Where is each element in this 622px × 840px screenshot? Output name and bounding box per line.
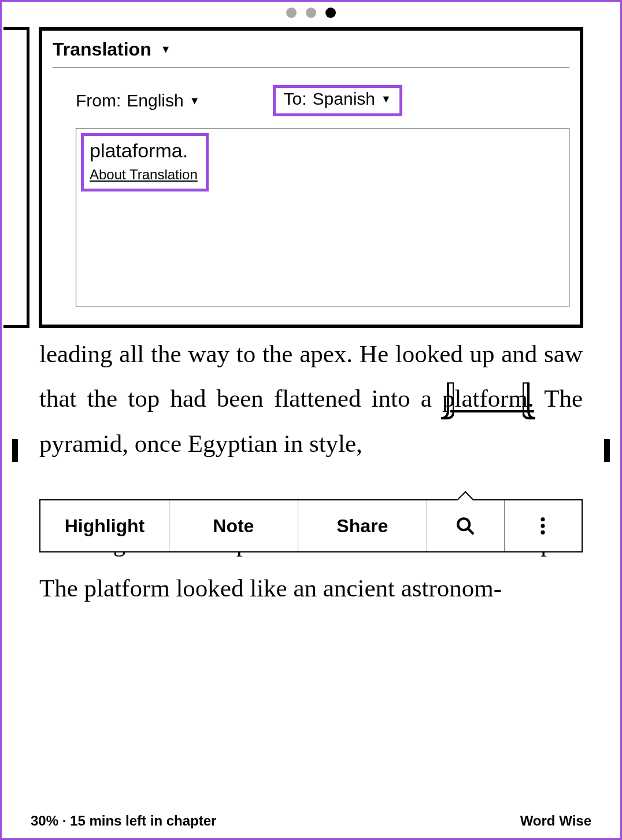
pagination-dots[interactable] [286, 8, 336, 18]
page-dot-3[interactable] [325, 8, 336, 18]
svg-point-4 [541, 530, 545, 535]
to-language-select[interactable]: To: Spanish ▼ [284, 89, 391, 109]
svg-point-3 [541, 524, 545, 528]
svg-line-1 [468, 528, 474, 534]
translation-card: Translation ▼ From: English ▼ To: Spanis… [39, 27, 583, 328]
book-content[interactable]: leading all the way to the apex. He look… [39, 331, 583, 610]
chevron-down-icon: ▼ [190, 95, 200, 107]
more-vertical-icon [533, 516, 553, 536]
about-translation-link[interactable]: About Translation [90, 167, 198, 183]
page-dot-2[interactable] [306, 8, 316, 18]
footer-bar: 30% · 15 mins left in chapter Word Wise [31, 813, 591, 829]
from-label: From: [76, 91, 121, 110]
to-language: Spanish [313, 89, 375, 109]
search-icon [456, 516, 475, 536]
to-label: To: [284, 89, 307, 109]
from-language-select[interactable]: From: English ▼ [76, 91, 200, 110]
share-button[interactable]: Share [298, 500, 427, 551]
note-button[interactable]: Note [169, 500, 298, 551]
reading-progress[interactable]: 30% · 15 mins left in chapter [31, 813, 216, 829]
wordwise-toggle[interactable]: Word Wise [520, 813, 591, 829]
selection-handle-left-icon[interactable] [440, 382, 454, 423]
selection-handle-right-icon[interactable] [523, 382, 536, 423]
page-dot-1[interactable] [286, 8, 297, 18]
selected-text[interactable]: platform. [442, 385, 534, 412]
search-button[interactable] [427, 500, 505, 551]
more-options-button[interactable] [505, 500, 582, 551]
svg-point-0 [458, 518, 470, 530]
translation-header-label: Translation [53, 39, 151, 60]
svg-point-2 [541, 517, 545, 521]
paragraph-1[interactable]: leading all the way to the apex. He look… [39, 331, 583, 466]
translation-header-dropdown[interactable]: Translation ▼ [53, 39, 569, 68]
from-language: English [127, 91, 183, 110]
text-selection-side-handle-left[interactable] [12, 439, 18, 462]
previous-card-edge[interactable] [3, 27, 29, 328]
chevron-down-icon: ▼ [381, 93, 391, 105]
chevron-down-icon: ▼ [161, 43, 171, 56]
translation-result-box: plataforma. About Translation [76, 128, 569, 307]
selection-toolbar: Highlight Note Share [39, 499, 583, 552]
highlight-button[interactable]: Highlight [40, 500, 169, 551]
translated-text: plataforma. [90, 139, 198, 162]
text-selection-side-handle-right[interactable] [604, 439, 610, 462]
